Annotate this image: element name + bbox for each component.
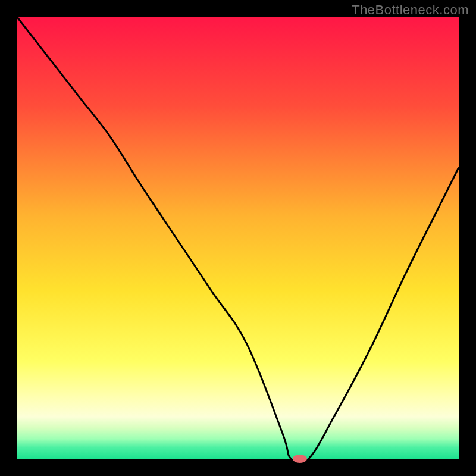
chart-frame: TheBottleneck.com (0, 0, 476, 476)
gradient-background (17, 17, 459, 459)
bottleneck-chart (0, 0, 476, 476)
attribution-text: TheBottleneck.com (352, 2, 469, 18)
optimal-marker (293, 455, 307, 463)
